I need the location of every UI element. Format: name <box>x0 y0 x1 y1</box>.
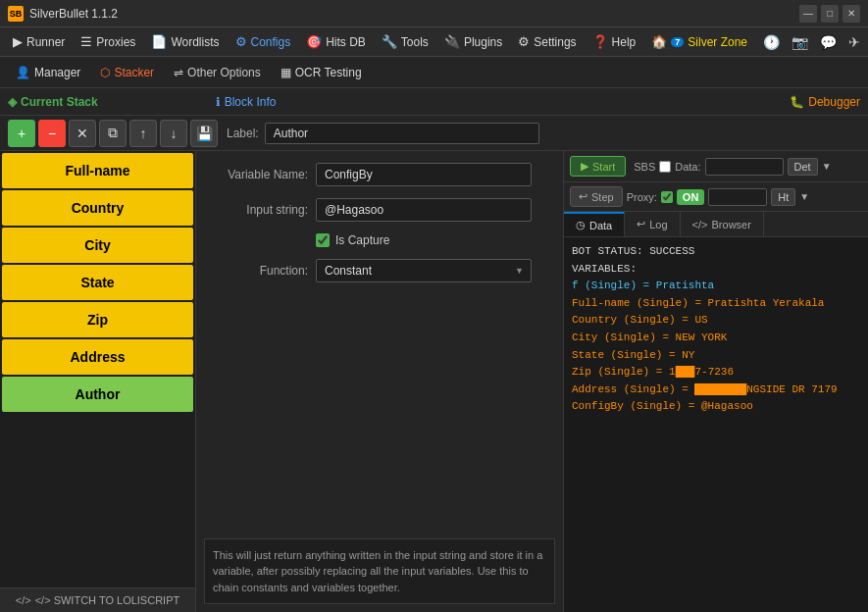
debug-var-state: State (Single) = NY <box>572 347 860 365</box>
current-stack-label: ◈ Current Stack <box>8 95 98 109</box>
input-string-label: Input string: <box>210 203 308 217</box>
debugger-icon: 🐛 <box>790 95 804 109</box>
clock-icon[interactable]: 🕐 <box>761 32 782 52</box>
input-string-input[interactable] <box>316 198 532 222</box>
stack-item-country[interactable]: Country <box>2 190 193 226</box>
editor-panel: Variable Name: Input string: Is Capture … <box>196 151 564 612</box>
tab-log[interactable]: ↩ Log <box>625 212 680 236</box>
stack-item-fullname[interactable]: Full-name <box>2 153 193 188</box>
menu-plugins[interactable]: 🔌 Plugins <box>437 31 509 52</box>
label-input[interactable] <box>265 123 539 144</box>
menu-tools[interactable]: 🔧 Tools <box>375 31 435 52</box>
log-tab-icon: ↩ <box>637 218 645 230</box>
debug-var-fullname: Full-name (Single) = Pratishta Yerakala <box>572 295 860 313</box>
function-row: Function: Constant <box>210 259 549 282</box>
remove-block-button[interactable]: − <box>38 120 66 147</box>
stack-item-author[interactable]: Author <box>2 377 193 412</box>
debug-var-f: f (Single) = Pratishta <box>572 278 860 295</box>
debug-tabs: ◷ Data ↩ Log </> Browser <box>564 212 868 237</box>
proxy-label: Proxy: <box>627 191 657 203</box>
runner-icon: ▶ <box>13 34 23 49</box>
hitsdb-icon: 🎯 <box>306 34 322 49</box>
help-icon: ❓ <box>592 34 608 49</box>
menu-configs[interactable]: ⚙ Configs <box>229 31 298 52</box>
sub-toolbar: 👤 Manager ⬡ Stacker ⇌ Other Options ▦ OC… <box>0 57 868 88</box>
data-input[interactable] <box>705 158 784 176</box>
data-tab-icon: ◷ <box>576 219 586 231</box>
camera-icon[interactable]: 📷 <box>790 32 810 52</box>
send-icon[interactable]: ✈ <box>846 32 862 52</box>
stack-item-state[interactable]: State <box>2 265 193 300</box>
manager-button[interactable]: 👤 Manager <box>8 63 88 82</box>
is-capture-checkbox[interactable] <box>316 233 330 247</box>
wordlists-icon: 📄 <box>151 34 167 49</box>
debug-var-city: City (Single) = NEW YORK <box>572 330 860 347</box>
menu-right-icons: 🕐 📷 💬 ✈ <box>761 32 862 52</box>
debug-var-configby: ConfigBy (Single) = @Hagasoo <box>572 398 860 416</box>
content-area: Full-name Country City State Zip Address… <box>0 151 868 612</box>
label-area: Label: <box>227 123 539 144</box>
step-icon: ↩ <box>579 190 587 203</box>
sbs-label: SBS <box>634 161 655 173</box>
menu-hitsdb[interactable]: 🎯 Hits DB <box>299 31 373 52</box>
stack-list: Full-name Country City State Zip Address… <box>0 151 195 587</box>
other-options-icon: ⇌ <box>174 66 183 79</box>
menu-settings[interactable]: ⚙ Settings <box>511 31 583 52</box>
add-block-button[interactable]: + <box>8 120 35 147</box>
stack-item-address[interactable]: Address <box>2 339 193 375</box>
start-button[interactable]: ▶ Start <box>570 156 626 177</box>
ht-button[interactable]: Ht <box>771 188 795 206</box>
app-title: SilverBullet 1.1.2 <box>29 7 799 21</box>
function-label: Function: <box>210 264 308 278</box>
disable-block-button[interactable]: ✕ <box>69 120 96 147</box>
maximize-button[interactable]: □ <box>821 5 839 23</box>
sbs-checkbox[interactable] <box>659 161 671 173</box>
description-box: This will just return anything written i… <box>204 538 555 605</box>
det-dropdown-icon[interactable]: ▼ <box>822 161 832 172</box>
current-stack-icon: ◈ <box>8 95 17 109</box>
chat-icon[interactable]: 💬 <box>818 32 839 52</box>
tab-data[interactable]: ◷ Data <box>564 212 625 236</box>
browser-tab-icon: </> <box>692 219 708 230</box>
variable-name-input[interactable] <box>316 163 532 186</box>
save-button[interactable]: 💾 <box>190 120 218 147</box>
close-button[interactable]: ✕ <box>842 5 860 23</box>
other-options-button[interactable]: ⇌ Other Options <box>166 63 269 82</box>
configs-icon: ⚙ <box>235 34 247 49</box>
variables-label: VARIABLES: <box>572 261 860 279</box>
menu-silverzone[interactable]: 🏠 7 Silver Zone <box>644 31 754 52</box>
debug-panel: ▶ Start SBS Data: Det ▼ ↩ Step Proxy: ON <box>564 151 868 612</box>
copy-block-button[interactable]: ⧉ <box>99 120 127 147</box>
ht-dropdown-icon[interactable]: ▼ <box>799 191 809 202</box>
stack-block-header: ◈ Current Stack ℹ Block Info 🐛 Debugger <box>0 88 868 116</box>
minimize-button[interactable]: — <box>799 5 817 23</box>
move-up-button[interactable]: ↑ <box>129 120 157 147</box>
variable-name-row: Variable Name: <box>210 163 549 186</box>
move-down-button[interactable]: ↓ <box>160 120 187 147</box>
is-capture-row: Is Capture <box>316 233 549 247</box>
stack-item-city[interactable]: City <box>2 228 193 263</box>
det-button[interactable]: Det <box>788 158 818 176</box>
tools-icon: 🔧 <box>382 34 397 49</box>
loliscript-icon: </> <box>16 594 31 606</box>
proxy-on-badge: ON <box>677 189 705 205</box>
menu-help[interactable]: ❓ Help <box>586 31 643 52</box>
proxy-input[interactable] <box>708 188 767 206</box>
menu-proxies[interactable]: ☰ Proxies <box>74 31 142 52</box>
proxy-checkbox[interactable] <box>661 191 673 203</box>
step-button[interactable]: ↩ Step <box>570 186 623 207</box>
menu-runner[interactable]: ▶ Runner <box>6 31 72 52</box>
debug-toolbar-row1: ▶ Start SBS Data: Det ▼ <box>564 151 868 182</box>
switch-loliscript-button[interactable]: </> </> SWITCH TO LOLISCRIPT <box>0 587 195 612</box>
ocr-testing-button[interactable]: ▦ OCR Testing <box>273 63 370 82</box>
function-select[interactable]: Constant <box>316 259 532 282</box>
menu-wordlists[interactable]: 📄 Wordlists <box>144 31 226 52</box>
debugger-label: 🐛 Debugger <box>790 95 860 109</box>
stack-item-zip[interactable]: Zip <box>2 302 193 337</box>
tab-browser[interactable]: </> Browser <box>681 212 764 236</box>
editor-fields: Variable Name: Input string: Is Capture … <box>196 151 563 538</box>
stacker-button[interactable]: ⬡ Stacker <box>92 63 162 82</box>
block-info-label: ℹ Block Info <box>216 95 277 109</box>
info-icon: ℹ <box>216 95 221 109</box>
menu-bar: ▶ Runner ☰ Proxies 📄 Wordlists ⚙ Configs… <box>0 27 868 57</box>
